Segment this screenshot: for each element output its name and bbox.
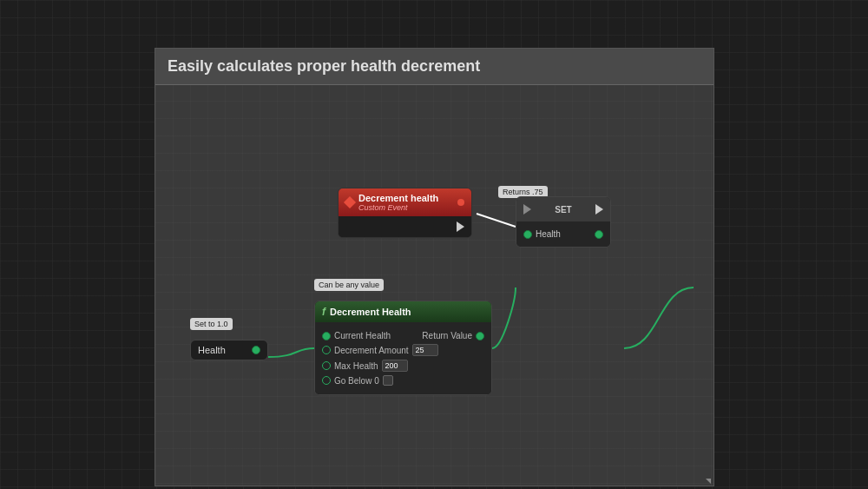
- return-value-label: Return Value: [422, 331, 472, 340]
- health-out-pin: [595, 230, 603, 239]
- current-health-label: Current Health: [334, 331, 391, 340]
- set-to-label: Set to 1.0: [190, 318, 233, 330]
- fn-row-max-health: Max Health: [322, 360, 484, 372]
- resize-handle[interactable]: [706, 479, 711, 484]
- fn-row-left: Current Health: [322, 331, 391, 340]
- event-subtitle: Custom Event: [358, 203, 438, 212]
- health-var-out-pin: [252, 346, 260, 354]
- fn-row-go-below: Go Below 0: [322, 375, 484, 386]
- connections-svg: [155, 92, 713, 486]
- health-var-node[interactable]: Health: [190, 340, 268, 360]
- decrement-event-node[interactable]: Decrement health Custom Event: [338, 188, 472, 238]
- go-below-pin: [322, 376, 331, 385]
- set-body: Health: [516, 221, 610, 247]
- fn-row-left: Max Health: [322, 360, 408, 372]
- fn-row-left: Go Below 0: [322, 375, 393, 386]
- exec-in-pin: [523, 204, 531, 215]
- max-health-input[interactable]: [382, 360, 408, 372]
- fn-row-right: Return Value: [422, 331, 484, 340]
- set-node[interactable]: SET Health: [516, 196, 611, 248]
- node-header: Decrement health Custom Event: [339, 188, 471, 216]
- exec-out-pin: [595, 204, 603, 215]
- event-title: Decrement health: [358, 193, 438, 203]
- max-health-label: Max Health: [334, 361, 378, 371]
- blueprint-panel: Easily calculates proper health decremen…: [155, 48, 714, 486]
- go-below-checkbox[interactable]: [383, 375, 393, 386]
- decrement-fn-node[interactable]: f Decrement Health Current Health Return…: [314, 301, 492, 395]
- fn-title: Decrement Health: [330, 307, 411, 317]
- panel-title: Easily calculates proper health decremen…: [155, 49, 713, 85]
- diamond-icon: [344, 196, 356, 208]
- health-var-label: Health: [198, 345, 226, 355]
- decrement-amount-input[interactable]: [412, 344, 438, 356]
- fn-row-left: Decrement Amount: [322, 344, 438, 356]
- fn-row-decrement: Decrement Amount: [322, 344, 484, 356]
- fn-header: f Decrement Health: [315, 301, 491, 322]
- decrement-amount-label: Decrement Amount: [334, 346, 409, 355]
- return-value-pin: [476, 332, 484, 340]
- event-dot: [457, 199, 464, 206]
- health-in-pin: [523, 230, 532, 239]
- can-be-label: Can be any value: [314, 279, 384, 291]
- set-header: SET: [516, 197, 610, 221]
- go-below-label: Go Below 0: [334, 376, 379, 386]
- canvas-area: Returns .75 Decrement health Custom Even…: [155, 92, 713, 486]
- event-body: [339, 216, 471, 237]
- max-health-pin: [322, 361, 331, 370]
- fn-body: Current Health Return Value Decrement Am…: [315, 322, 491, 394]
- svg-line-0: [477, 214, 516, 227]
- current-health-pin: [322, 332, 331, 340]
- fn-icon: f: [322, 306, 326, 318]
- fn-row-current-health: Current Health Return Value: [322, 331, 484, 340]
- set-title: SET: [555, 205, 571, 215]
- decrement-amount-pin: [322, 346, 331, 354]
- exec-out-pin: [457, 221, 464, 232]
- health-label: Health: [536, 229, 561, 239]
- health-row: Health: [523, 229, 603, 239]
- background: Easily calculates proper health decremen…: [0, 0, 868, 489]
